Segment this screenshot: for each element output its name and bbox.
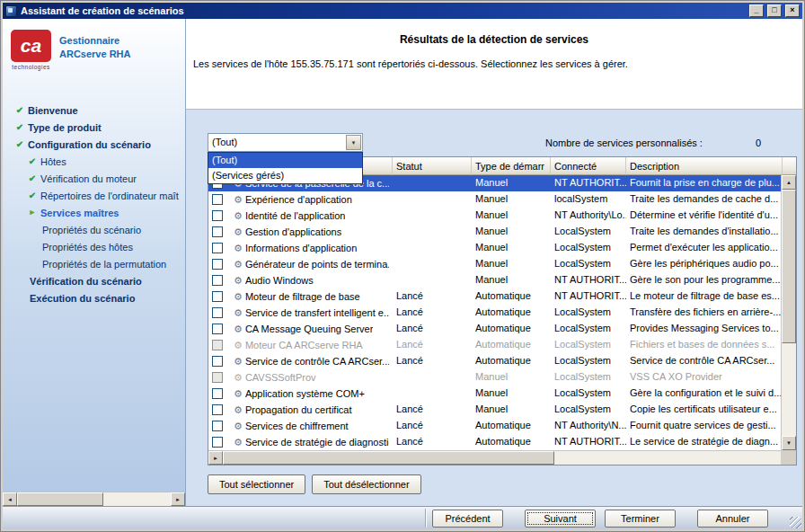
service-status: Lancé [393, 305, 472, 321]
app-icon [5, 5, 17, 17]
service-description: Provides Messaging Services to... [626, 321, 781, 337]
vscroll-thumb[interactable] [782, 190, 796, 343]
service-description: Copie les certificats utilisateur e... [626, 402, 781, 418]
service-row[interactable]: ⚙ Service de contrôle CA ARCser... Lancé… [208, 353, 781, 369]
service-checkbox[interactable] [212, 307, 223, 318]
service-row[interactable]: ⚙ Expérience d'application Manuel localS… [208, 191, 781, 208]
sidebar-step[interactable]: ✔ Bienvenue [3, 102, 185, 119]
scroll-down-icon[interactable]: ▼ [782, 436, 796, 450]
service-row[interactable]: ⚙ Application système COM+ Manuel LocalS… [208, 386, 781, 402]
service-row[interactable]: ⚙ Informations d'application Manuel Loca… [208, 240, 781, 256]
service-row[interactable]: ⚙ Service de stratégie de diagnostic Lan… [208, 434, 781, 450]
service-checkbox[interactable] [212, 356, 223, 367]
hscroll-track[interactable] [103, 492, 171, 506]
sidebar-step[interactable]: Propriétés des hôtes [3, 238, 185, 255]
service-checkbox[interactable] [212, 421, 223, 431]
step-status-icon: ✔ [26, 157, 39, 166]
selection-actions: Tout sélectionner Tout désélectionner [208, 474, 421, 494]
service-checkbox[interactable] [212, 404, 223, 415]
service-row[interactable]: ⚙ CA Message Queuing Server Lancé Automa… [208, 321, 781, 337]
service-checkbox[interactable] [212, 324, 223, 334]
column-header[interactable]: Connecté [551, 157, 626, 175]
table-hscrollbar[interactable]: ◄ ► [208, 450, 781, 465]
service-start-type: Manuel [472, 402, 551, 418]
service-checkbox[interactable] [212, 194, 223, 205]
sidebar-step[interactable]: ✔ Type de produit [3, 119, 185, 136]
column-header[interactable]: Type de démarr [472, 157, 551, 175]
service-status [393, 240, 472, 256]
service-row[interactable]: ⚙ Service de transfert intelligent e... … [208, 305, 781, 321]
table-vscrollbar[interactable]: ▲ ▼ [781, 175, 796, 450]
service-description: Fichiers et bases de données s... [626, 337, 781, 353]
filter-combobox[interactable]: (Tout) ▼ [208, 133, 363, 152]
deselect-all-button[interactable]: Tout désélectionner [312, 474, 420, 494]
service-gear-icon: ⚙ [234, 421, 243, 431]
back-button[interactable]: Précédent [432, 510, 503, 528]
sidebar-step[interactable]: Propriétés de la permutation [3, 255, 185, 272]
scroll-right-icon[interactable]: ► [171, 492, 185, 506]
column-header[interactable]: Description [626, 157, 783, 175]
next-button[interactable]: Suivant [525, 510, 596, 528]
service-checkbox[interactable] [212, 340, 223, 350]
service-row[interactable]: ⚙ Moteur de filtrage de base Lancé Autom… [208, 288, 781, 305]
service-checkbox[interactable] [212, 388, 223, 399]
ca-logo: ca [11, 30, 51, 62]
service-start-type: Manuel [472, 208, 551, 224]
service-row[interactable]: ⚙ Audio Windows Manuel NT AUTHORIT... Gè… [208, 272, 781, 288]
close-button[interactable]: × [785, 4, 800, 17]
service-row[interactable]: ⚙ Gestion d'applications Manuel LocalSys… [208, 224, 781, 240]
service-checkbox[interactable] [212, 275, 223, 286]
sidebar-step[interactable]: Propriétés du scénario [3, 221, 185, 238]
service-checkbox[interactable] [212, 226, 223, 237]
sidebar-step[interactable]: ► Services maîtres [3, 204, 185, 221]
maximize-button[interactable]: □ [767, 4, 782, 17]
chevron-down-icon[interactable]: ▼ [346, 135, 361, 150]
cancel-button[interactable]: Annuler [697, 510, 768, 528]
service-account: NT AUTHORIT... [551, 434, 626, 450]
service-description: Gère le son pour les programme... [626, 272, 781, 288]
resize-grip[interactable] [790, 517, 801, 528]
wizard-content: Résultats de la détection de services Le… [186, 19, 802, 506]
sidebar-step[interactable]: ✔ Hôtes [3, 153, 185, 170]
service-row[interactable]: ⚙ Générateur de points de termina... Man… [208, 256, 781, 272]
service-name: Services de chiffrement [245, 419, 349, 434]
service-checkbox[interactable] [212, 372, 223, 383]
sidebar-hscrollbar[interactable]: ◄ ► [3, 492, 185, 506]
sidebar-step[interactable]: Exécution du scénario [3, 289, 185, 306]
sidebar-step[interactable]: Vérification du scénario [3, 272, 185, 289]
service-checkbox[interactable] [212, 259, 223, 270]
scroll-up-icon[interactable]: ▲ [782, 175, 796, 190]
service-status: Lancé [393, 418, 472, 434]
filter-option[interactable]: (Services gérés) [208, 168, 362, 183]
service-checkbox[interactable] [212, 243, 223, 253]
service-row[interactable]: ⚙ CAVSSSoftProv Manuel LocalSystem VSS C… [208, 369, 781, 386]
service-row[interactable]: ⚙ Propagation du certificat Lancé Manuel… [208, 402, 781, 418]
service-name: Gestion d'applications [245, 225, 341, 240]
custom-services-count-label: Nombre de services personnalisés : [545, 137, 703, 148]
filter-option[interactable]: (Tout) [208, 153, 362, 168]
service-checkbox[interactable] [212, 437, 223, 448]
service-row[interactable]: ⚙ Identité de l'application Manuel NT Au… [208, 208, 781, 224]
step-status-icon: ✔ [13, 106, 26, 115]
scroll-right-icon[interactable]: ► [208, 451, 223, 465]
finish-button[interactable]: Terminer [605, 510, 676, 528]
step-label: Propriétés du scénario [42, 225, 141, 235]
column-header[interactable]: Statut [393, 157, 472, 175]
select-all-button[interactable]: Tout sélectionner [208, 474, 305, 494]
service-checkbox[interactable] [212, 291, 223, 302]
step-label: Services maîtres [40, 208, 119, 218]
minimize-button[interactable]: _ [749, 4, 764, 17]
service-checkbox[interactable] [212, 210, 223, 221]
hscroll-thumb[interactable] [17, 492, 103, 506]
hscroll-thumb[interactable] [223, 451, 554, 465]
service-start-type: Manuel [472, 224, 551, 240]
sidebar-step[interactable]: ✔ Répertoires de l'ordinateur maît [3, 187, 185, 204]
scroll-left-icon[interactable]: ◄ [3, 492, 17, 506]
sidebar-step[interactable]: ✔ Vérification du moteur [3, 170, 185, 187]
service-start-type: Automatique [472, 337, 551, 353]
sidebar-step[interactable]: ✔ Configuration du scénario [3, 136, 185, 153]
service-row[interactable]: ⚙ Moteur CA ARCserve RHA Lancé Automatiq… [208, 337, 781, 353]
service-status: Lancé [393, 321, 472, 337]
service-row[interactable]: ⚙ Services de chiffrement Lancé Automati… [208, 418, 781, 434]
service-status [393, 224, 472, 240]
